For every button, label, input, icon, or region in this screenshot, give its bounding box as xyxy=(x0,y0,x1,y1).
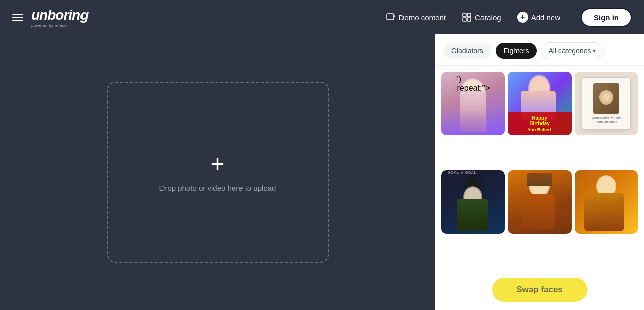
grid-item-4[interactable]: GOAL ★ GOAL xyxy=(441,170,505,234)
grid-item-2[interactable]: HappyBirthdayYou Belter! xyxy=(508,72,571,135)
chevron-down-icon: ▾ xyxy=(593,47,596,54)
main-nav: Demo content Catalog + Add new xyxy=(386,12,560,23)
upload-plus-icon: + xyxy=(210,152,224,176)
main-layout: + Drop photo or video here to upload Gla… xyxy=(0,34,644,310)
add-new-icon: + xyxy=(517,12,528,23)
grid-item-1[interactable]: ') repeat;"> xyxy=(441,72,505,135)
logo-powered: powered by reface xyxy=(31,23,67,28)
svg-rect-4 xyxy=(467,18,471,21)
hamburger-button[interactable] xyxy=(12,14,23,21)
demo-icon xyxy=(386,12,396,22)
upload-drop-text: Drop photo or video here to upload xyxy=(159,184,276,192)
catalog-link[interactable]: Catalog xyxy=(462,12,501,22)
image-grid: ') repeat;"> HappyBirthdayYou Belter! xyxy=(435,66,644,272)
svg-rect-0 xyxy=(387,14,394,20)
add-new-label: Add new xyxy=(531,13,560,22)
logo-text: unboring xyxy=(31,7,88,23)
grid-item-3[interactable]: "wishes yours" my son,Happy Birthday! xyxy=(575,72,638,135)
category-tabs: Gladiators Fighters All categories ▾ xyxy=(435,34,644,66)
svg-rect-1 xyxy=(463,13,466,17)
right-panel: Gladiators Fighters All categories ▾ ') … xyxy=(435,34,644,310)
logo-area: unboring powered by reface xyxy=(31,7,88,28)
app-header: unboring powered by reface Demo content xyxy=(0,0,644,34)
demo-content-link[interactable]: Demo content xyxy=(386,12,446,22)
catalog-label: Catalog xyxy=(475,13,501,22)
svg-rect-2 xyxy=(467,13,471,17)
grid-item-5[interactable] xyxy=(508,170,571,234)
add-new-link[interactable]: + Add new xyxy=(517,12,560,23)
swap-faces-button[interactable]: Swap faces xyxy=(492,278,587,302)
grid-item-6[interactable] xyxy=(575,170,638,234)
tab-fighters[interactable]: Fighters xyxy=(496,43,537,59)
sign-in-button[interactable]: Sign in xyxy=(581,8,632,27)
tab-gladiators[interactable]: Gladiators xyxy=(443,43,492,59)
all-categories-label: All categories xyxy=(548,47,591,55)
logo-main: unboring xyxy=(31,7,88,23)
upload-drop-zone[interactable]: + Drop photo or video here to upload xyxy=(107,82,329,263)
svg-rect-3 xyxy=(463,18,466,21)
left-panel: + Drop photo or video here to upload xyxy=(0,34,435,310)
demo-content-label: Demo content xyxy=(399,13,446,22)
swap-section: Swap faces xyxy=(435,272,644,310)
catalog-icon xyxy=(462,12,472,22)
tab-all-categories[interactable]: All categories ▾ xyxy=(541,42,603,59)
